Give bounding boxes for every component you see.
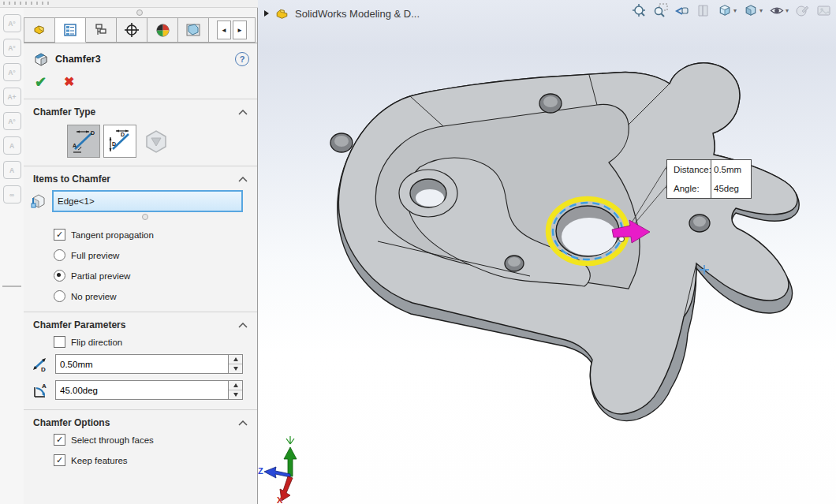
chamfer-type-buttons: D A D D [67,125,257,158]
hide-show-items-icon[interactable]: ▾ [769,3,789,18]
apply-scene-icon [816,3,831,18]
heads-up-view-toolbar: ▾ ▾ ▾ [632,3,831,18]
tab-dimxpertmanager[interactable] [117,17,147,43]
document-title-text[interactable]: SolidWorks Modeling & D... [295,8,420,20]
partial-preview-row[interactable]: Partial preview [54,270,257,282]
pane-right-button[interactable]: ► [233,21,247,39]
distance-input[interactable] [56,355,228,373]
chamfer-hole-bottom [562,218,617,256]
display-style-icon[interactable]: ▾ [743,3,763,18]
chamfer-angle-icon: A [32,382,49,399]
distance-row: D [32,354,243,374]
select-through-faces-checkbox[interactable]: ✓ [54,434,65,446]
distance-increment-button[interactable] [229,355,242,364]
graphics-viewport[interactable]: Z X SolidWorks Modeling & D... [258,0,836,504]
vertex-chamfer-button[interactable] [140,125,173,158]
tab-propertymanager[interactable] [55,17,86,43]
distance-spinbox [55,354,243,374]
tab-featuremanager-tree[interactable] [24,17,55,43]
collapse-chevron-icon[interactable] [238,110,248,115]
note-annotation-icon[interactable]: A° [3,14,21,32]
angle-decrement-button[interactable] [229,390,242,399]
flip-direction-row[interactable]: Flip direction [54,336,257,348]
copy-annotation-icon[interactable]: A [3,136,21,155]
no-preview-radio[interactable] [54,290,65,302]
separator [24,312,257,312]
boss-hole-bottom [416,189,444,207]
svg-text:A: A [42,383,47,390]
section-header-options[interactable]: Chamfer Options [24,412,257,432]
collapse-chevron-icon[interactable] [238,323,248,328]
angle-increment-button[interactable] [229,381,242,390]
keep-features-checkbox[interactable]: ✓ [54,454,65,466]
keep-features-row[interactable]: ✓ Keep features [54,454,257,466]
edge-icon [30,192,47,210]
previous-view-icon[interactable] [674,3,689,18]
full-preview-radio[interactable] [54,249,65,261]
distance-distance-button[interactable]: D D [103,125,136,158]
y-axis-arrow [284,447,297,476]
section-header-chamfer-type[interactable]: Chamfer Type [24,101,257,121]
auto-annotation-icon[interactable]: A° [3,112,21,130]
separator [24,409,257,410]
collapse-chevron-icon[interactable] [238,177,248,182]
tab-displaymanager[interactable] [147,17,178,43]
y-axis-glyph [286,436,294,444]
chamfer-feature-icon [33,51,49,67]
accept-button[interactable]: ✔ [35,75,47,89]
help-icon[interactable]: ? [235,52,249,66]
panel-collapse-handle[interactable] [136,9,143,16]
angle-input[interactable] [56,381,228,399]
flip-direction-checkbox[interactable] [54,336,65,348]
tangent-propagation-row[interactable]: ✓ Tangent propagation [54,229,257,241]
section-header-items[interactable]: Items to Chamfer [24,168,257,189]
svg-text:D: D [112,141,116,147]
callout-distance-label: Distance: [667,160,711,179]
select-through-faces-row[interactable]: ✓ Select through faces [54,434,257,446]
flyout-tree-arrow-icon[interactable] [264,10,269,17]
partial-preview-radio[interactable] [54,270,65,282]
full-preview-row[interactable]: Full preview [54,249,257,261]
toolbar-divider [2,286,21,287]
feature-header: Chamfer3 ? [24,43,257,69]
zoom-to-area-icon[interactable] [653,3,668,18]
annotation-toolbar: A° A° A° A+ A° A A ∞ [0,8,24,504]
tab-pane-preview[interactable] [178,17,209,43]
callout-distance-value[interactable]: 0.5mm [711,160,749,179]
cancel-button[interactable]: ✖ [64,75,74,89]
orientation-triad: Z X [258,436,297,504]
add-annotation-icon[interactable]: A+ [3,88,21,106]
zoom-to-fit-icon[interactable] [632,3,647,18]
listbox-resize-handle[interactable] [142,214,148,220]
distance-distance-icon: D D [106,128,133,155]
no-preview-row[interactable]: No preview [54,290,257,302]
edit-annotation-icon[interactable]: A° [3,39,21,57]
dropdown-caret-icon[interactable]: ▾ [759,7,763,14]
angle-distance-button[interactable]: D A [67,125,100,158]
angle-spin-buttons [228,381,242,399]
pane-left-button[interactable]: ◄ [217,21,231,39]
link-annotation-icon[interactable]: ∞ [3,185,21,203]
toolbar-drag-handle[interactable] [3,2,50,5]
section-header-parameters[interactable]: Chamfer Parameters [24,314,257,334]
view-orientation-icon[interactable]: ▾ [717,3,737,18]
callout-angle-label: Angle: [667,179,711,198]
model-3d-view[interactable]: Z X [258,0,836,504]
dropdown-caret-icon[interactable]: ▾ [786,7,789,14]
frame-annotation-icon[interactable]: A [3,161,21,179]
tangent-propagation-checkbox[interactable]: ✓ [54,229,65,241]
callout-angle-value[interactable]: 45deg [711,179,749,198]
section-view-icon [696,3,711,18]
angle-row: A [32,380,243,400]
x-axis-label: X [277,495,283,504]
chamfer-callout[interactable]: Distance: 0.5mm Angle: 45deg [666,159,752,199]
property-manager-panel: ◄ ► Chamfer3 ? ✔ ✖ Chamfer Type D [24,8,258,504]
items-to-chamfer-listbox[interactable]: Edge<1> [52,190,243,212]
leader-annotation-icon[interactable]: A° [3,63,21,81]
selected-edge[interactable]: Edge<1> [58,196,95,206]
collapse-chevron-icon[interactable] [238,420,248,426]
dropdown-caret-icon[interactable]: ▾ [733,7,737,14]
tab-configurationmanager[interactable] [86,17,117,43]
chamfer-distance-icon: D [32,356,49,373]
distance-decrement-button[interactable] [229,364,242,373]
